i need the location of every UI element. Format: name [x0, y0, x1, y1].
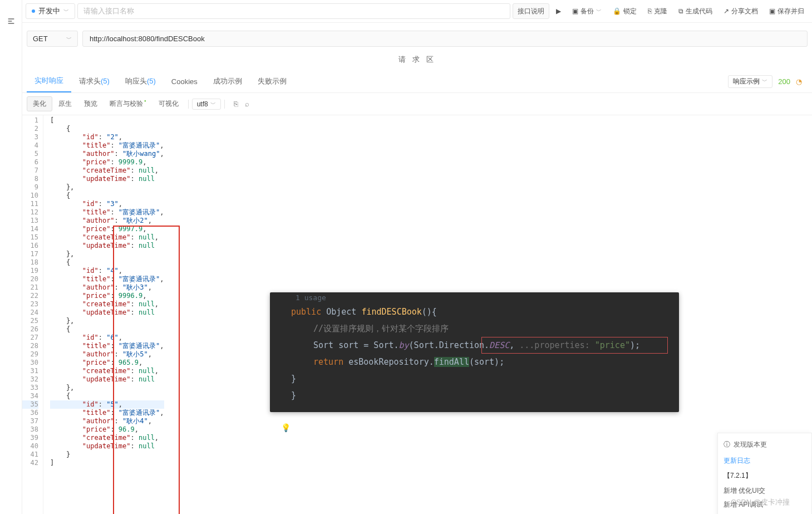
- left-rail: [0, 0, 22, 514]
- version-label: 【7.2.1】: [724, 471, 806, 481]
- response-tabs: 实时响应 请求头(5) 响应头(5) Cookies 成功示例 失败示例 响应示…: [22, 70, 812, 93]
- gencode-button[interactable]: ⧉生成代码: [674, 3, 717, 19]
- divider: [224, 100, 225, 109]
- subtab-visual[interactable]: 可视化: [152, 96, 185, 111]
- subtab-beautify[interactable]: 美化: [27, 96, 52, 111]
- status-dot-icon: [32, 9, 35, 13]
- changelog-link[interactable]: 更新日志: [724, 456, 806, 466]
- lock-icon: 🔒: [613, 7, 621, 15]
- http-method-dropdown[interactable]: GET ﹀: [27, 31, 78, 47]
- chevron-down-icon: ﹀: [63, 7, 69, 15]
- subtab-preview[interactable]: 预览: [78, 96, 104, 111]
- response-editor: 1234567891011121314151617181920212223242…: [22, 115, 812, 514]
- usage-hint: 1 usage: [296, 292, 669, 303]
- response-example-dropdown[interactable]: 响应示例 ﹀: [728, 75, 772, 88]
- chevron-down-icon: ﹀: [762, 77, 767, 85]
- chevron-down-icon: ﹀: [66, 35, 72, 43]
- tab-realtime-response[interactable]: 实时响应: [27, 70, 71, 92]
- tab-cookies[interactable]: Cookies: [164, 72, 205, 91]
- clock-icon: ◔: [796, 77, 802, 86]
- divider: [188, 100, 189, 109]
- tab-success-example[interactable]: 成功示例: [205, 71, 250, 92]
- play-icon: ▶: [556, 7, 561, 15]
- clone-button[interactable]: ⎘克隆: [643, 3, 672, 19]
- response-view-subtabs: 美化 原生 预览 断言与校验 可视化 utf8 ﹀ ⎘ ⌕: [22, 93, 812, 115]
- run-button[interactable]: ▶: [552, 3, 565, 19]
- api-name-input[interactable]: 请输入接口名称: [77, 3, 510, 19]
- line-number-gutter: 1234567891011121314151617181920212223242…: [22, 115, 43, 514]
- copy-icon[interactable]: ⎘: [234, 100, 238, 108]
- status-label: 开发中: [38, 6, 60, 16]
- dev-status-dropdown[interactable]: 开发中 ﹀: [26, 3, 75, 19]
- ide-code-overlay: 1 usage public Object findDESCBook(){ //…: [270, 292, 679, 412]
- info-icon: ⓘ: [724, 440, 730, 449]
- subtab-raw[interactable]: 原生: [52, 96, 78, 111]
- status-code: 200: [778, 77, 790, 86]
- tab-failure-example[interactable]: 失败示例: [250, 71, 294, 92]
- lock-button[interactable]: 🔒锁定: [608, 3, 641, 19]
- request-url-row: GET ﹀ http://localhost:8080/findDESCBook: [22, 23, 812, 51]
- share-icon: ↗: [724, 7, 729, 15]
- request-section-label: 请 求 区: [22, 51, 812, 70]
- response-code[interactable]: [ { "id": "2", "title": "富婆通讯录", "author…: [43, 115, 164, 514]
- backup-icon: ▣: [572, 7, 578, 15]
- annotation-red-box-code: [481, 337, 668, 354]
- charset-dropdown[interactable]: utf8 ﹀: [192, 99, 221, 110]
- panel-title: ⓘ发现版本更: [724, 440, 806, 449]
- backup-button[interactable]: ▣备份﹀: [568, 3, 606, 19]
- top-toolbar: 开发中 ﹀ 请输入接口名称 接口说明 ▶ ▣备份﹀ 🔒锁定 ⎘克隆 ⧉生成代码 …: [22, 0, 812, 23]
- search-icon[interactable]: ⌕: [245, 100, 249, 108]
- code-icon: ⧉: [678, 7, 683, 15]
- changelog-item: 新增 优化UI交: [724, 486, 806, 496]
- watermark: CSDN @皮卡冲撞: [731, 497, 790, 507]
- share-button[interactable]: ↗分享文档: [719, 3, 762, 19]
- api-desc-button[interactable]: 接口说明: [513, 3, 549, 19]
- chevron-down-icon: ﹀: [596, 7, 602, 15]
- tab-response-headers[interactable]: 响应头(5): [117, 71, 164, 92]
- tab-request-headers[interactable]: 请求头(5): [71, 71, 117, 92]
- save-icon: ▣: [769, 7, 775, 15]
- save-button[interactable]: ▣保存并归: [765, 3, 809, 19]
- lightbulb-icon[interactable]: 💡: [281, 419, 291, 436]
- clone-icon: ⎘: [648, 7, 652, 15]
- menu-collapse-icon[interactable]: [7, 17, 16, 27]
- http-method-label: GET: [33, 35, 48, 43]
- request-url-input[interactable]: http://localhost:8080/findDESCBook: [82, 31, 808, 47]
- chevron-down-icon: ﹀: [210, 100, 216, 108]
- subtab-assert[interactable]: 断言与校验: [104, 96, 152, 111]
